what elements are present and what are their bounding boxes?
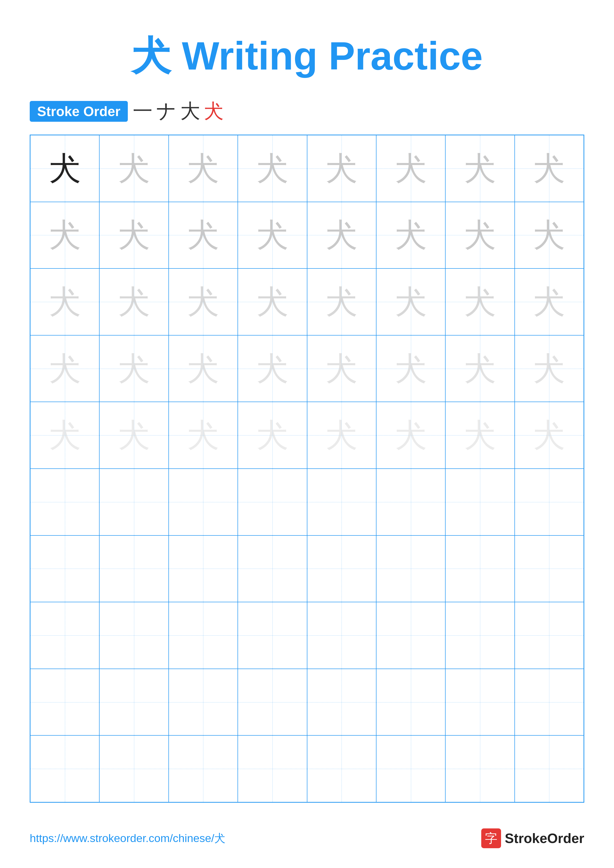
grid-cell[interactable]: 犬 [445, 335, 515, 402]
grid-cell-empty[interactable] [515, 535, 584, 602]
grid-cell-empty[interactable] [376, 469, 445, 535]
grid-cell-empty[interactable] [30, 469, 99, 535]
footer-url[interactable]: https://www.strokeorder.com/chinese/犬 [30, 831, 225, 846]
grid-cell[interactable]: 犬 [169, 135, 238, 202]
grid-cell[interactable]: 犬 [99, 335, 168, 402]
grid-cell-empty[interactable] [99, 535, 168, 602]
grid-cell[interactable]: 犬 [307, 335, 376, 402]
grid-cell[interactable]: 犬 [99, 268, 168, 335]
grid-cell[interactable]: 犬 [376, 202, 445, 269]
grid-cell[interactable]: 犬 [99, 135, 168, 202]
grid-cell-empty[interactable] [445, 602, 515, 669]
grid-cell-empty[interactable] [445, 535, 515, 602]
grid-cell[interactable]: 犬 [376, 135, 445, 202]
practice-char: 犬 [187, 152, 219, 184]
practice-char: 犬 [187, 219, 219, 251]
grid-cell-empty[interactable] [515, 669, 584, 736]
grid-cell-empty[interactable] [169, 669, 238, 736]
grid-cell[interactable]: 犬 [515, 402, 584, 469]
grid-cell[interactable]: 犬 [515, 335, 584, 402]
grid-cell-empty[interactable] [99, 602, 168, 669]
grid-cell-empty[interactable] [307, 469, 376, 535]
grid-cell-empty[interactable] [169, 535, 238, 602]
grid-cell-empty[interactable] [376, 669, 445, 736]
grid-cell-empty[interactable] [445, 469, 515, 535]
grid-cell-empty[interactable] [169, 735, 238, 802]
grid-cell-empty[interactable] [445, 669, 515, 736]
grid-cell-empty[interactable] [445, 735, 515, 802]
grid-cell-empty[interactable] [307, 535, 376, 602]
grid-cell[interactable]: 犬 [515, 135, 584, 202]
grid-cell[interactable]: 犬 [30, 202, 99, 269]
grid-cell[interactable]: 犬 [30, 402, 99, 469]
grid-cell[interactable]: 犬 [169, 335, 238, 402]
practice-char: 犬 [187, 419, 219, 451]
grid-cell[interactable]: 犬 [99, 402, 168, 469]
grid-cell[interactable]: 犬 [376, 335, 445, 402]
grid-cell[interactable]: 犬 [445, 135, 515, 202]
grid-cell[interactable]: 犬 [238, 335, 307, 402]
practice-char: 犬 [533, 286, 565, 318]
brand-name: StrokeOrder [505, 831, 584, 846]
grid-cell-empty[interactable] [238, 535, 307, 602]
grid-cell[interactable]: 犬 [99, 202, 168, 269]
grid-cell-empty[interactable] [30, 535, 99, 602]
grid-cell-empty[interactable] [307, 669, 376, 736]
stroke-char-3: 大 [180, 98, 200, 125]
grid-cell-empty[interactable] [238, 669, 307, 736]
grid-cell-empty[interactable] [169, 469, 238, 535]
page: 犬 Writing Practice Stroke Order 一 ナ 大 犬 … [0, 0, 614, 868]
grid-cell-empty[interactable] [99, 469, 168, 535]
grid-cell[interactable]: 犬 [515, 202, 584, 269]
practice-char: 犬 [118, 286, 150, 318]
grid-cell-empty[interactable] [30, 669, 99, 736]
stroke-char-1: 一 [133, 98, 152, 125]
practice-char: 犬 [256, 152, 289, 184]
grid-cell-empty[interactable] [307, 602, 376, 669]
grid-cell[interactable]: 犬 [238, 268, 307, 335]
grid-cell[interactable]: 犬 [238, 202, 307, 269]
grid-cell[interactable]: 犬 [238, 402, 307, 469]
grid-cell-empty[interactable] [238, 469, 307, 535]
writing-grid[interactable]: 犬 犬 犬 犬 犬 犬 犬 犬 犬 犬 犬 犬 犬 犬 犬 犬 犬 犬 犬 犬 … [30, 135, 584, 803]
grid-cell[interactable]: 犬 [445, 202, 515, 269]
grid-cell[interactable]: 犬 [376, 402, 445, 469]
practice-char: 犬 [256, 419, 289, 451]
grid-cell-empty[interactable] [376, 735, 445, 802]
grid-cell[interactable]: 犬 [445, 402, 515, 469]
grid-cell[interactable]: 犬 [307, 202, 376, 269]
grid-cell-empty[interactable] [238, 602, 307, 669]
grid-cell-empty[interactable] [30, 602, 99, 669]
grid-cell-empty[interactable] [376, 535, 445, 602]
grid-cell-empty[interactable] [30, 735, 99, 802]
grid-cell[interactable]: 犬 [307, 135, 376, 202]
grid-cell[interactable]: 犬 [169, 202, 238, 269]
grid-cell[interactable]: 犬 [307, 402, 376, 469]
practice-char: 犬 [395, 219, 427, 251]
grid-cell[interactable]: 犬 [238, 135, 307, 202]
grid-cell-empty[interactable] [515, 602, 584, 669]
grid-cell-empty[interactable] [307, 735, 376, 802]
practice-char: 犬 [49, 419, 81, 451]
grid-cell-empty[interactable] [99, 669, 168, 736]
grid-cell-empty[interactable] [376, 602, 445, 669]
grid-cell[interactable]: 犬 [169, 402, 238, 469]
grid-cell[interactable]: 犬 [307, 268, 376, 335]
grid-cell-empty[interactable] [99, 735, 168, 802]
grid-cell-empty[interactable] [515, 469, 584, 535]
grid-cell[interactable]: 犬 [515, 268, 584, 335]
practice-char: 犬 [49, 286, 81, 318]
grid-cell[interactable]: 犬 [376, 268, 445, 335]
practice-char: 犬 [187, 353, 219, 385]
grid-cell[interactable]: 犬 [169, 268, 238, 335]
grid-cell-empty[interactable] [238, 735, 307, 802]
stroke-order-badge: Stroke Order [30, 101, 128, 122]
grid-cell-empty[interactable] [169, 602, 238, 669]
grid-cell[interactable]: 犬 [30, 135, 99, 202]
grid-cell[interactable]: 犬 [30, 268, 99, 335]
grid-cell-empty[interactable] [515, 735, 584, 802]
practice-char: 犬 [49, 152, 81, 184]
grid-cell[interactable]: 犬 [30, 335, 99, 402]
grid-cell[interactable]: 犬 [445, 268, 515, 335]
practice-char: 犬 [395, 152, 427, 184]
